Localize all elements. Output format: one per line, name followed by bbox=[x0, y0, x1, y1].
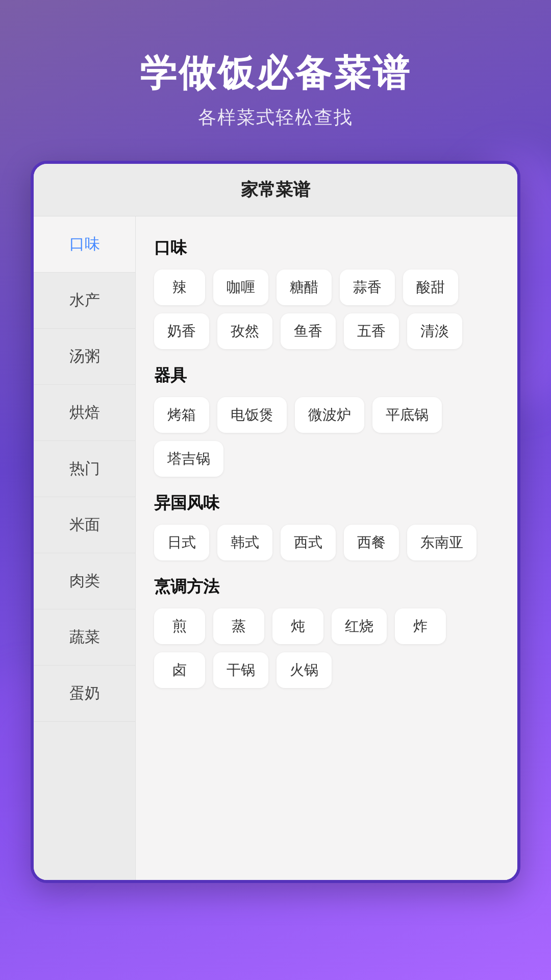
sidebar-item-0[interactable]: 口味 bbox=[34, 216, 135, 273]
tag-1-4[interactable]: 塔吉锅 bbox=[154, 441, 223, 477]
section-title-2: 异国风味 bbox=[154, 492, 502, 514]
tag-3-4[interactable]: 炸 bbox=[395, 608, 446, 644]
tag-3-7[interactable]: 火锅 bbox=[277, 652, 332, 688]
content-area: 口味辣咖喱糖醋蒜香酸甜奶香孜然鱼香五香清淡器具烤箱电饭煲微波炉平底锅塔吉锅异国风… bbox=[136, 216, 517, 880]
app-header: 学做饭必备菜谱 各样菜式轻松查找 bbox=[140, 51, 411, 130]
tag-3-1[interactable]: 蒸 bbox=[213, 608, 264, 644]
tag-0-2[interactable]: 糖醋 bbox=[277, 270, 332, 305]
sidebar-item-3[interactable]: 烘焙 bbox=[34, 385, 135, 441]
tag-0-8[interactable]: 五香 bbox=[344, 313, 399, 349]
main-title: 学做饭必备菜谱 bbox=[140, 51, 411, 95]
tags-group-0: 辣咖喱糖醋蒜香酸甜奶香孜然鱼香五香清淡 bbox=[154, 270, 502, 349]
tag-1-1[interactable]: 电饭煲 bbox=[217, 397, 287, 433]
tag-1-0[interactable]: 烤箱 bbox=[154, 397, 209, 433]
tag-0-7[interactable]: 鱼香 bbox=[281, 313, 336, 349]
section-0: 口味辣咖喱糖醋蒜香酸甜奶香孜然鱼香五香清淡 bbox=[154, 237, 502, 349]
tag-0-1[interactable]: 咖喱 bbox=[213, 270, 268, 305]
section-title-3: 烹调方法 bbox=[154, 576, 502, 598]
section-3: 烹调方法煎蒸炖红烧炸卤干锅火锅 bbox=[154, 576, 502, 688]
category-sidebar: 口味水产汤粥烘焙热门米面肉类蔬菜蛋奶 bbox=[34, 216, 136, 880]
tag-2-1[interactable]: 韩式 bbox=[217, 525, 272, 560]
tags-group-1: 烤箱电饭煲微波炉平底锅塔吉锅 bbox=[154, 397, 502, 477]
section-title-0: 口味 bbox=[154, 237, 502, 259]
sidebar-item-6[interactable]: 肉类 bbox=[34, 553, 135, 609]
tag-3-2[interactable]: 炖 bbox=[272, 608, 323, 644]
tag-1-2[interactable]: 微波炉 bbox=[295, 397, 364, 433]
tag-0-0[interactable]: 辣 bbox=[154, 270, 205, 305]
tag-0-5[interactable]: 奶香 bbox=[154, 313, 209, 349]
tag-0-3[interactable]: 蒜香 bbox=[340, 270, 395, 305]
sidebar-item-2[interactable]: 汤粥 bbox=[34, 329, 135, 385]
tag-3-6[interactable]: 干锅 bbox=[213, 652, 268, 688]
section-title-1: 器具 bbox=[154, 364, 502, 387]
tag-3-0[interactable]: 煎 bbox=[154, 608, 205, 644]
sidebar-item-8[interactable]: 蛋奶 bbox=[34, 666, 135, 722]
sidebar-item-5[interactable]: 米面 bbox=[34, 497, 135, 553]
card-body: 口味水产汤粥烘焙热门米面肉类蔬菜蛋奶 口味辣咖喱糖醋蒜香酸甜奶香孜然鱼香五香清淡… bbox=[34, 216, 517, 880]
tag-2-3[interactable]: 西餐 bbox=[344, 525, 399, 560]
sidebar-item-7[interactable]: 蔬菜 bbox=[34, 609, 135, 666]
tag-2-4[interactable]: 东南亚 bbox=[407, 525, 477, 560]
tag-3-3[interactable]: 红烧 bbox=[332, 608, 387, 644]
tag-3-5[interactable]: 卤 bbox=[154, 652, 205, 688]
main-subtitle: 各样菜式轻松查找 bbox=[140, 105, 411, 130]
tag-2-2[interactable]: 西式 bbox=[281, 525, 336, 560]
recipe-card: 家常菜谱 口味水产汤粥烘焙热门米面肉类蔬菜蛋奶 口味辣咖喱糖醋蒜香酸甜奶香孜然鱼… bbox=[31, 161, 520, 883]
tags-group-3: 煎蒸炖红烧炸卤干锅火锅 bbox=[154, 608, 502, 688]
sidebar-item-1[interactable]: 水产 bbox=[34, 273, 135, 329]
card-title: 家常菜谱 bbox=[34, 164, 517, 216]
section-1: 器具烤箱电饭煲微波炉平底锅塔吉锅 bbox=[154, 364, 502, 477]
tag-0-9[interactable]: 清淡 bbox=[407, 313, 462, 349]
sidebar-item-4[interactable]: 热门 bbox=[34, 441, 135, 497]
tag-1-3[interactable]: 平底锅 bbox=[372, 397, 442, 433]
tag-0-6[interactable]: 孜然 bbox=[217, 313, 272, 349]
tag-2-0[interactable]: 日式 bbox=[154, 525, 209, 560]
tag-0-4[interactable]: 酸甜 bbox=[403, 270, 458, 305]
section-2: 异国风味日式韩式西式西餐东南亚 bbox=[154, 492, 502, 560]
tags-group-2: 日式韩式西式西餐东南亚 bbox=[154, 525, 502, 560]
